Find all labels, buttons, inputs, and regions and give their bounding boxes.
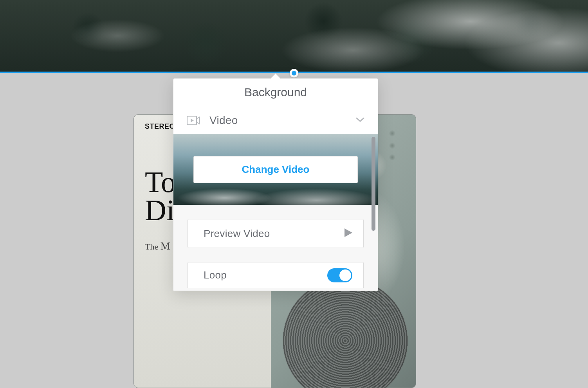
loop-label: Loop xyxy=(204,269,227,281)
background-popover: Background Video Change Video Preview Vi… xyxy=(173,78,378,291)
popover-title: Background xyxy=(173,79,378,107)
hero-video-section[interactable] xyxy=(0,0,588,73)
loop-row: Loop xyxy=(188,262,364,288)
preview-video-label: Preview Video xyxy=(204,228,270,240)
popover-scroll-area: Change Video Preview Video Loop xyxy=(173,134,378,291)
change-video-button[interactable]: Change Video xyxy=(193,156,358,183)
controls-stack: Preview Video Loop xyxy=(173,205,378,288)
scrollbar-thumb[interactable] xyxy=(372,137,375,231)
preview-video-button[interactable]: Preview Video xyxy=(188,219,364,248)
video-icon xyxy=(187,116,202,125)
svg-marker-2 xyxy=(345,228,352,237)
video-thumbnail: Change Video xyxy=(173,134,378,205)
album-subtitle-cap: M xyxy=(161,240,170,252)
background-type-selector[interactable]: Video xyxy=(173,107,378,134)
chevron-down-icon xyxy=(356,117,364,124)
loop-toggle[interactable] xyxy=(327,268,352,282)
album-subtitle-prefix: The xyxy=(145,242,161,251)
hero-video-frame xyxy=(0,0,588,72)
play-icon xyxy=(345,228,352,239)
album-title-line2: Di xyxy=(145,194,175,226)
background-type-label: Video xyxy=(209,114,348,127)
svg-marker-1 xyxy=(191,119,194,122)
section-drag-handle[interactable] xyxy=(290,69,298,77)
